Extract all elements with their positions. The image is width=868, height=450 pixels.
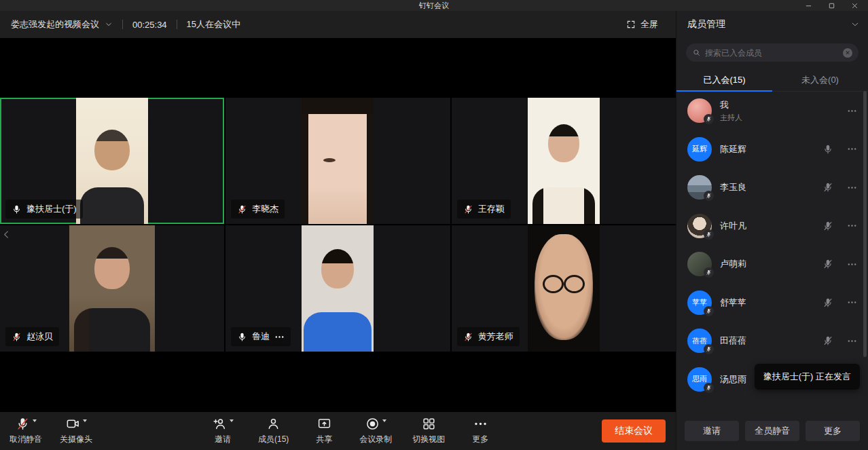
tile-more-icon[interactable] [274,332,285,342]
end-meeting-button[interactable]: 结束会议 [602,419,666,443]
participant-name: 李晓杰 [252,203,278,215]
sidebar-header: 成员管理 [676,11,868,38]
window-controls [805,2,868,10]
member-more-icon[interactable] [847,259,857,269]
search-input[interactable] [705,48,839,58]
avatar-mic-muted-badge [704,229,714,240]
tab-joined[interactable]: 已入会(15) [676,69,772,91]
mic-muted-icon[interactable] [822,182,833,193]
fullscreen-button[interactable]: 全屏 [626,18,676,31]
participant-name-chip: 赵泳贝 [5,327,59,346]
member-row-6[interactable]: 苹苹舒苹苹 [676,284,868,322]
member-row-1[interactable]: 我主持人 [676,92,868,130]
member-more-icon[interactable] [847,183,857,193]
meeting-title-dropdown[interactable]: 娄志强发起的视频会议 [11,18,113,31]
mic-muted-icon [706,116,712,122]
avatar-mic-muted-badge [704,383,714,393]
member-tabs: 已入会(15) 未入会(0) [676,69,868,92]
meeting-info-bar: 娄志强发起的视频会议 00:25:34 15人在会议中 全屏 [0,11,676,38]
participant-name-chip: 鲁迪 [231,327,291,346]
member-more-icon[interactable] [847,221,857,231]
participant-name: 豫扶居士(于) [26,203,77,215]
mic-muted-red-icon [16,417,30,431]
mic-muted-icon [706,308,712,314]
toolbar-more-button[interactable]: 更多 [465,417,495,445]
mic-on-icon [12,204,22,214]
member-search-box[interactable]: ✕ [686,43,858,62]
person-add-icon [213,417,227,431]
mic-muted-icon[interactable] [822,221,833,231]
sidebar-footer-mute-all-button[interactable]: 全员静音 [745,421,799,441]
mic-muted-icon [706,346,712,352]
video-feed [302,98,374,224]
scrollbar-thumb[interactable] [863,91,867,357]
mic-muted-icon[interactable] [822,259,833,269]
toolbar-unmute-button[interactable]: 取消静音 [10,417,42,445]
participant-video-placeholder [94,130,130,170]
member-row-7[interactable]: 蓓蓓田蓓蓓 [676,322,868,360]
participant-name-chip: 豫扶居士(于) [5,200,83,219]
dropdown-caret-icon[interactable] [33,419,37,422]
toolbar-invite-button[interactable]: 邀请 [208,417,238,445]
video-tile-4[interactable]: 赵泳贝 [0,225,224,352]
mic-on-icon[interactable] [822,144,833,155]
toolbar-share-button[interactable]: 共享 [309,417,339,445]
member-more-icon[interactable] [847,297,857,307]
maximize-button[interactable] [828,2,835,10]
prev-page-arrow-icon[interactable] [1,229,12,242]
dropdown-caret-icon[interactable] [83,419,87,422]
member-more-icon[interactable] [847,144,857,154]
member-name: 李玉良 [720,181,746,193]
collapse-chevron-icon[interactable] [850,20,860,29]
toolbar-record-button[interactable]: 会议录制 [359,417,392,445]
toolbar-switch-view-button[interactable]: 切换视图 [412,417,445,445]
participant-name: 鲁迪 [252,331,270,343]
member-more-icon[interactable] [847,336,857,346]
mic-muted-icon [706,385,712,391]
avatar: 延辉 [687,137,712,162]
tab-not-joined[interactable]: 未入会(0) [772,69,868,91]
video-feed [76,98,148,224]
sidebar-footer-more-button[interactable]: 更多 [806,421,860,441]
participant-name: 王存颖 [478,203,505,215]
avatar-mic-muted-badge [704,344,714,354]
dropdown-caret-icon[interactable] [230,419,234,422]
toolbar-center-group: 邀请成员(15)共享会议录制切换视图更多 [208,417,495,445]
share-screen-icon [317,417,331,431]
meeting-duration: 00:25:34 [132,20,167,30]
participant-body-placeholder [80,187,144,224]
video-tile-6[interactable]: 黄芳老师 [452,225,676,352]
search-icon [692,48,701,57]
video-tile-1[interactable]: 豫扶居士(于) [0,98,224,224]
minimize-button[interactable] [805,2,812,10]
clear-search-icon[interactable]: ✕ [843,48,852,58]
mic-muted-icon[interactable] [822,297,833,308]
member-row-4[interactable]: 许叶凡 [676,207,868,246]
member-row-5[interactable]: 卢萌莉 [676,245,868,284]
video-feed [302,225,374,352]
participant-count: 15人在会议中 [187,18,240,31]
member-more-icon[interactable] [847,106,857,116]
close-button[interactable] [851,2,858,10]
video-tile-3[interactable]: 王存颖 [452,98,676,224]
video-tile-2[interactable]: 李晓杰 [225,98,450,224]
mic-muted-icon[interactable] [822,335,833,346]
video-tile-5[interactable]: 鲁迪 [225,225,450,352]
member-row-3[interactable]: 李玉良 [676,168,868,207]
participant-body-placeholder [74,308,150,352]
toolbar-members-button[interactable]: 成员(15) [258,417,289,445]
meeting-title: 娄志强发起的视频会议 [11,18,99,31]
avatar: 苹苹 [687,290,712,315]
fullscreen-label: 全屏 [640,18,658,31]
avatar-mic-muted-badge [704,306,714,316]
member-management-panel: 成员管理 ✕ 已入会(15) 未入会(0) 我主持人延辉陈延辉李玉良许叶凡卢萌莉… [676,11,868,450]
divider [177,20,177,29]
dropdown-caret-icon[interactable] [382,419,386,422]
avatar-image: 延辉 [687,137,712,162]
avatar: 思雨 [687,367,712,392]
member-row-2[interactable]: 延辉陈延辉 [676,130,868,169]
participant-video-placeholder [548,124,579,162]
toolbar-camera-off-button[interactable]: 关摄像头 [60,417,92,445]
sidebar-footer-invite-button[interactable]: 邀请 [685,421,739,441]
participant-body-placeholder [304,312,372,352]
